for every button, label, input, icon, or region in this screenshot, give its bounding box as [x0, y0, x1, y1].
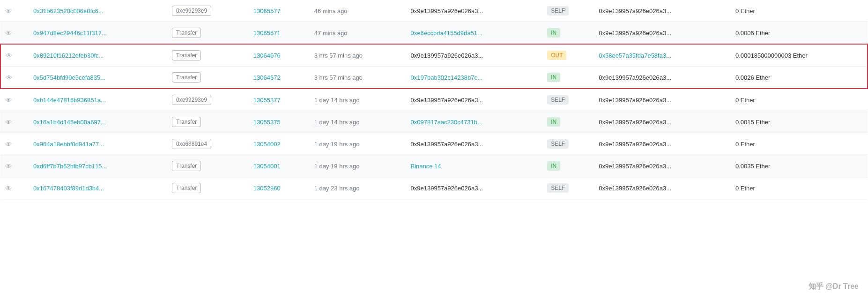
tx-hash-link[interactable]: 0x5d754bfd99e5cefa835... — [33, 74, 105, 81]
age-text: 1 day 19 hrs ago — [314, 141, 360, 148]
block-cell[interactable]: 13052960 — [249, 177, 310, 199]
direction-cell: IN — [542, 155, 594, 177]
tx-hash-link[interactable]: 0x31b623520c006a0fc6... — [33, 8, 104, 15]
from-cell[interactable]: Binance 14 — [406, 155, 543, 177]
method-badge: Transfer — [172, 117, 201, 127]
block-link[interactable]: 13052960 — [253, 185, 281, 192]
eye-icon[interactable]: 👁 — [5, 140, 12, 148]
tx-hash-cell[interactable]: 0x31b623520c006a0fc6... — [29, 0, 167, 22]
from-cell[interactable]: 0x197bab302c14238b7c... — [406, 67, 543, 89]
to-address: 0x9e139957a926e026a3... — [599, 119, 671, 126]
eye-cell[interactable]: 👁 — [0, 177, 29, 199]
from-link[interactable]: 0x197bab302c14238b7c... — [411, 74, 482, 81]
to-cell[interactable]: 0x9e139957a926e026a3... — [594, 0, 731, 22]
from-cell[interactable]: 0x9e139957a926e026a3... — [406, 44, 543, 67]
tx-hash-link[interactable]: 0x947d8ec29446c11f317... — [33, 30, 107, 37]
to-cell[interactable]: 0x9e139957a926e026a3... — [594, 22, 731, 45]
block-link[interactable]: 13064676 — [253, 52, 281, 59]
method-cell: Transfer — [167, 111, 249, 133]
method-badge: Transfer — [172, 50, 201, 60]
to-cell[interactable]: 0x58ee57a35fda7e58fa3... — [594, 44, 731, 67]
method-badge: Transfer — [172, 183, 201, 193]
eye-cell[interactable]: 👁 — [0, 133, 29, 155]
direction-badge: SELF — [547, 139, 569, 149]
table-row: 👁 0x5d754bfd99e5cefa835... Transfer 1306… — [0, 67, 868, 89]
block-cell[interactable]: 13055377 — [249, 89, 310, 111]
value-text: 0 Ether — [735, 8, 755, 15]
block-cell[interactable]: 13065571 — [249, 22, 310, 45]
to-cell[interactable]: 0x9e139957a926e026a3... — [594, 67, 731, 89]
tx-hash-link[interactable]: 0xd6ff7b7b62bfb97cb115... — [33, 163, 107, 170]
from-cell[interactable]: 0x097817aac230c4731b... — [406, 111, 543, 133]
eye-cell[interactable]: 👁 — [0, 67, 29, 89]
from-cell[interactable]: 0x9e139957a926e026a3... — [406, 0, 543, 22]
to-cell[interactable]: 0x9e139957a926e026a3... — [594, 133, 731, 155]
from-link[interactable]: 0x097817aac230c4731b... — [411, 119, 482, 126]
eye-icon[interactable]: 👁 — [5, 7, 12, 15]
block-link[interactable]: 13054002 — [253, 141, 281, 148]
eye-cell[interactable]: 👁 — [0, 111, 29, 133]
from-cell[interactable]: 0x9e139957a926e026a3... — [406, 133, 543, 155]
tx-hash-cell[interactable]: 0x964a18ebbf0d941a77... — [29, 133, 167, 155]
tx-hash-link[interactable]: 0xb144e47816b936851a... — [33, 97, 106, 104]
eye-icon[interactable]: 👁 — [5, 118, 12, 126]
block-link[interactable]: 13065577 — [253, 8, 281, 15]
age-text: 46 mins ago — [314, 8, 348, 15]
block-link[interactable]: 13065571 — [253, 30, 281, 37]
to-cell[interactable]: 0x9e139957a926e026a3... — [594, 89, 731, 111]
tx-hash-link[interactable]: 0x16a1b4d145eb00a697... — [33, 119, 106, 126]
block-link[interactable]: 13055375 — [253, 119, 281, 126]
eye-icon[interactable]: 👁 — [5, 184, 12, 192]
value-cell: 0.0026 Ether — [731, 67, 868, 89]
age-text: 3 hrs 57 mins ago — [314, 74, 363, 81]
block-cell[interactable]: 13055375 — [249, 111, 310, 133]
to-link[interactable]: 0x58ee57a35fda7e58fa3... — [599, 52, 671, 59]
eye-icon[interactable]: 👁 — [6, 74, 13, 82]
from-cell[interactable]: 0xe6eccbda4155d9da51... — [406, 22, 543, 45]
from-link[interactable]: Binance 14 — [411, 163, 441, 170]
direction-cell: SELF — [542, 177, 594, 199]
block-link[interactable]: 13055377 — [253, 97, 281, 104]
eye-cell[interactable]: 👁 — [0, 155, 29, 177]
block-cell[interactable]: 13054001 — [249, 155, 310, 177]
value-text: 0.0035 Ether — [735, 163, 770, 170]
direction-cell: OUT — [542, 44, 594, 67]
block-cell[interactable]: 13065577 — [249, 0, 310, 22]
from-cell[interactable]: 0x9e139957a926e026a3... — [406, 89, 543, 111]
from-cell[interactable]: 0x9e139957a926e026a3... — [406, 177, 543, 199]
eye-icon[interactable]: 👁 — [5, 29, 12, 37]
to-cell[interactable]: 0x9e139957a926e026a3... — [594, 177, 731, 199]
tx-hash-cell[interactable]: 0x5d754bfd99e5cefa835... — [29, 67, 167, 89]
tx-hash-cell[interactable]: 0xd6ff7b7b62bfb97cb115... — [29, 155, 167, 177]
method-cell: 0xe99293e9 — [167, 89, 249, 111]
eye-cell[interactable]: 👁 — [0, 44, 29, 67]
transactions-table: 👁 0x31b623520c006a0fc6... 0xe99293e9 130… — [0, 0, 868, 199]
tx-hash-cell[interactable]: 0xb144e47816b936851a... — [29, 89, 167, 111]
value-text: 0.000185000000003 Ether — [735, 52, 808, 59]
age-text: 1 day 14 hrs ago — [314, 119, 360, 126]
tx-hash-link[interactable]: 0x167478403f89d1d3b4... — [33, 185, 104, 192]
eye-cell[interactable]: 👁 — [0, 0, 29, 22]
from-link[interactable]: 0xe6eccbda4155d9da51... — [411, 30, 482, 37]
eye-cell[interactable]: 👁 — [0, 89, 29, 111]
to-address: 0x9e139957a926e026a3... — [599, 185, 671, 192]
eye-icon[interactable]: 👁 — [5, 162, 12, 170]
tx-hash-cell[interactable]: 0x16a1b4d145eb00a697... — [29, 111, 167, 133]
tx-hash-link[interactable]: 0x964a18ebbf0d941a77... — [33, 141, 104, 148]
to-cell[interactable]: 0x9e139957a926e026a3... — [594, 111, 731, 133]
block-cell[interactable]: 13064676 — [249, 44, 310, 67]
tx-hash-cell[interactable]: 0x89210f16212efeb30fc... — [29, 44, 167, 67]
eye-cell[interactable]: 👁 — [0, 22, 29, 45]
tx-hash-cell[interactable]: 0x167478403f89d1d3b4... — [29, 177, 167, 199]
tx-hash-cell[interactable]: 0x947d8ec29446c11f317... — [29, 22, 167, 45]
block-link[interactable]: 13054001 — [253, 163, 281, 170]
to-cell[interactable]: 0x9e139957a926e026a3... — [594, 155, 731, 177]
eye-icon[interactable]: 👁 — [6, 52, 13, 60]
to-address: 0x9e139957a926e026a3... — [599, 30, 671, 37]
age-text: 3 hrs 57 mins ago — [314, 52, 363, 59]
block-cell[interactable]: 13054002 — [249, 133, 310, 155]
eye-icon[interactable]: 👁 — [5, 96, 12, 104]
tx-hash-link[interactable]: 0x89210f16212efeb30fc... — [33, 52, 104, 59]
block-link[interactable]: 13064672 — [253, 74, 281, 81]
block-cell[interactable]: 13064672 — [249, 67, 310, 89]
